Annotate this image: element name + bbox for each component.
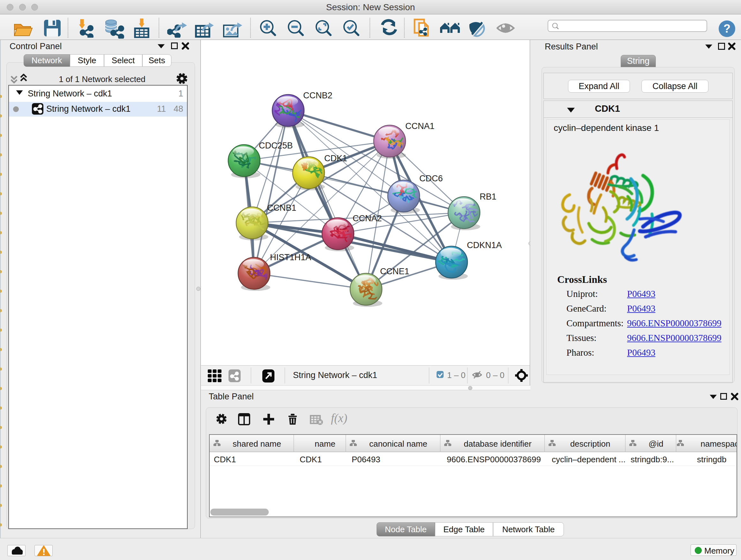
svg-text:RB1: RB1 (480, 192, 496, 201)
svg-text:CCNB2: CCNB2 (303, 91, 333, 100)
svg-text:CCNB1: CCNB1 (267, 203, 296, 212)
svg-text:CDC25B: CDC25B (259, 141, 293, 150)
svg-text:CDC6: CDC6 (419, 174, 443, 183)
svg-text:CCNE1: CCNE1 (380, 266, 409, 276)
svg-text:HIST1H1A: HIST1H1A (270, 253, 311, 262)
svg-text:CCNA2: CCNA2 (353, 213, 382, 223)
svg-text:CCNA1: CCNA1 (405, 121, 434, 131)
svg-text:CDK1: CDK1 (324, 153, 347, 163)
svg-text:CDKN1A: CDKN1A (467, 240, 502, 250)
